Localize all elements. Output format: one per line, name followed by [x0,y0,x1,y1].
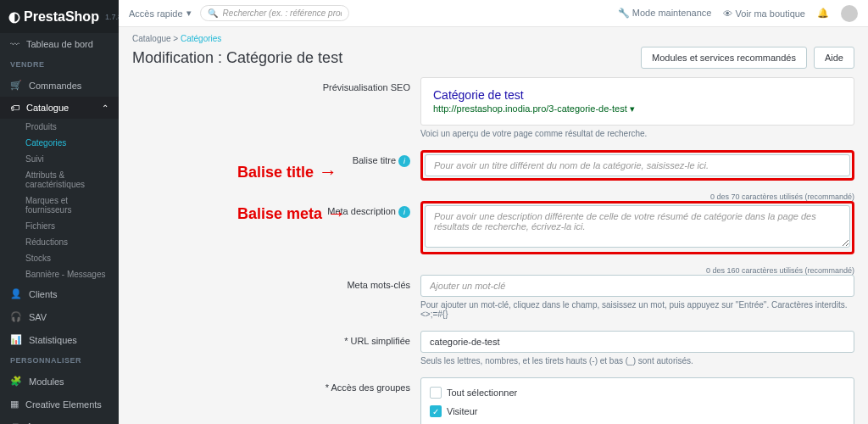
sidebar-apparence[interactable]: 🖥Apparence [0,416,119,424]
arrow-icon: → [327,203,346,225]
url-input[interactable] [420,331,854,353]
url-label: * URL simplifiée [132,331,420,346]
info-icon[interactable]: i [398,206,410,218]
section-custom: PERSONNALISER [0,351,119,370]
eye-icon: 👁 [723,8,732,19]
select-all-row[interactable]: Tout sélectionner [430,383,845,402]
sidebar-dashboard[interactable]: 〰Tableau de bord [0,33,119,55]
sub-stocks[interactable]: Stocks [0,250,119,266]
arrow-icon: → [319,161,337,183]
headset-icon: 🎧 [10,311,22,322]
puzzle-icon: 🧩 [10,376,22,387]
sidebar-clients[interactable]: 👤Clients [0,282,119,305]
recommended-modules-button[interactable]: Modules et services recommandés [641,47,807,69]
seo-preview: Catégorie de test http://prestashop.inod… [420,77,854,126]
group-visitor-row[interactable]: ✓Visiteur [430,402,845,421]
meta-title-input[interactable] [425,154,850,176]
tag-icon: 🏷 [10,103,19,113]
sidebar-catalog[interactable]: 🏷Catalogue⌃ [0,97,119,119]
annotation-meta: Balise meta→ [237,203,346,225]
search-input[interactable] [223,8,342,18]
annotation-title: Balise title→ [237,161,337,183]
groups-label: * Accès des groupes [132,377,420,393]
bell-icon[interactable]: 🔔 [817,8,829,19]
stats-icon: 📊 [10,334,22,345]
brand-header: ◐ PrestaShop 1.7.8.5 [0,0,119,33]
cart-icon: 🛒 [10,80,22,91]
view-shop-link[interactable]: 👁 Voir ma boutique [723,8,805,19]
meta-desc-count: 0 des 160 caractères utilisés (recommand… [132,266,854,275]
quick-access[interactable]: Accès rapide▾ [129,8,192,19]
search-box[interactable]: 🔍 [200,5,349,21]
checkbox-icon [430,387,442,399]
sub-categories[interactable]: Categories [0,135,119,151]
seo-preview-label: Prévisualisation SEO [132,77,420,92]
grid-icon: ▦ [10,399,19,410]
sidebar-creative[interactable]: ▦Creative Elements [0,393,119,416]
logo-icon: ◐ [8,8,20,25]
breadcrumb: Catalogue > Catégories [132,27,854,47]
wrench-icon: 🔧 [618,8,630,18]
breadcrumb-link[interactable]: Catégories [181,34,221,43]
page-title: Modification : Catégorie de test [132,49,342,67]
sub-reductions[interactable]: Réductions [0,234,119,250]
sub-attributes[interactable]: Attributs & caractéristiques [0,167,119,192]
avatar-icon[interactable] [841,5,858,22]
sub-suivi[interactable]: Suivi [0,151,119,167]
help-button[interactable]: Aide [814,47,854,69]
sub-brands[interactable]: Marques et fournisseurs [0,192,119,218]
meta-keywords-input[interactable] [420,275,854,297]
meta-desc-input[interactable] [425,205,850,248]
section-sell: VENDRE [0,55,119,74]
sidebar-orders[interactable]: 🛒Commandes [0,74,119,97]
meta-title-count: 0 des 70 caractères utilisés (recommandé… [132,192,854,201]
chevron-up-icon: ⌃ [102,103,108,113]
sidebar-sav[interactable]: 🎧SAV [0,305,119,328]
sidebar-modules[interactable]: 🧩Modules [0,370,119,393]
info-icon[interactable]: i [398,155,410,167]
chevron-down-icon: ▾ [186,8,192,19]
checkbox-icon: ✓ [430,405,442,417]
group-guest-row[interactable]: ✓Invité [430,421,845,424]
sidebar-stats[interactable]: 📊Statistiques [0,328,119,351]
dashboard-icon: 〰 [10,39,19,49]
meta-keywords-label: Meta mots-clés [132,275,420,290]
maintenance-link[interactable]: 🔧 Mode maintenance [618,8,712,19]
user-icon: 👤 [10,288,22,299]
sub-banner[interactable]: Bannière - Messages [0,266,119,282]
search-icon: 🔍 [208,8,218,18]
sub-products[interactable]: Produits [0,119,119,135]
sub-files[interactable]: Fichiers [0,218,119,234]
